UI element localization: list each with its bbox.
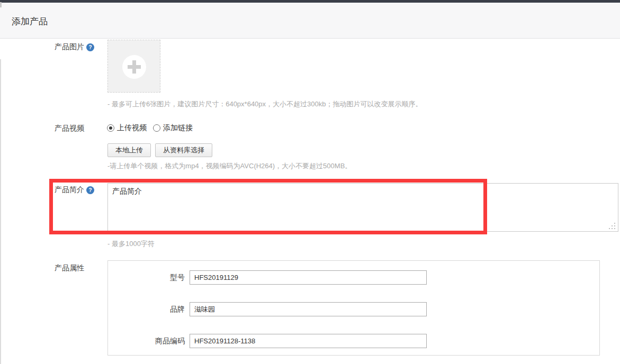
product-attributes-label: 产品属性 (55, 263, 84, 273)
radio-upload-video[interactable]: 上传视频 (107, 123, 147, 133)
radio-add-link-label: 添加链接 (163, 123, 193, 133)
help-icon[interactable]: ? (86, 186, 94, 194)
product-attributes-label-row: 产品属性 (55, 263, 84, 273)
brand-input[interactable] (190, 302, 427, 316)
plus-icon (122, 55, 146, 79)
product-code-input[interactable] (190, 334, 427, 348)
brand-label: 品牌 (108, 305, 185, 314)
video-source-radio-group: 上传视频 添加链接 (107, 123, 193, 133)
product-image-label-row: 产品图片 ? (55, 42, 94, 52)
page-header: 添加产品 (0, 3, 620, 39)
product-intro-textarea[interactable]: 产品简介 (107, 183, 618, 232)
textarea-resize-grip[interactable] (609, 223, 616, 230)
product-image-label: 产品图片 (55, 42, 84, 52)
image-upload-hint: - 最多可上传6张图片，建议图片尺寸：640px*640px，大小不超过300k… (107, 99, 423, 109)
product-intro-label-row: 产品简介 ? (55, 185, 94, 195)
add-product-page: 添加产品 产品图片 ? - 最多可上传6张图片，建议图片尺寸：640px*640… (0, 0, 620, 364)
attr-row-product-code: 商品编码 (108, 334, 599, 348)
video-upload-hint: -请上传单个视频，格式为mp4，视频编码为AVC(H264)，大小不要超过500… (107, 161, 352, 171)
radio-add-link[interactable]: 添加链接 (153, 123, 193, 133)
product-video-label-row: 产品视频 (55, 124, 84, 133)
attributes-panel: 型号 品牌 商品编码 (107, 260, 600, 356)
local-upload-button[interactable]: 本地上传 (107, 143, 151, 157)
intro-hint: - 最多1000字符 (107, 239, 155, 249)
product-code-label: 商品编码 (108, 336, 185, 346)
product-intro-label: 产品简介 (55, 185, 84, 195)
attr-row-brand: 品牌 (108, 302, 599, 316)
radio-unselected-icon (153, 124, 160, 132)
radio-upload-video-label: 上传视频 (117, 123, 147, 133)
help-icon[interactable]: ? (86, 43, 94, 51)
left-edge-artifact (0, 2, 2, 7)
model-label: 型号 (108, 273, 185, 283)
attr-row-model: 型号 (108, 270, 599, 285)
left-edge-line (0, 59, 1, 364)
model-input[interactable] (190, 270, 427, 285)
product-video-label: 产品视频 (55, 124, 84, 133)
video-buttons-row: 本地上传 从资料库选择 (107, 143, 212, 157)
page-title: 添加产品 (12, 15, 48, 28)
library-select-button[interactable]: 从资料库选择 (155, 143, 212, 157)
image-upload-dropzone[interactable] (107, 40, 160, 93)
radio-selected-icon (107, 124, 114, 132)
